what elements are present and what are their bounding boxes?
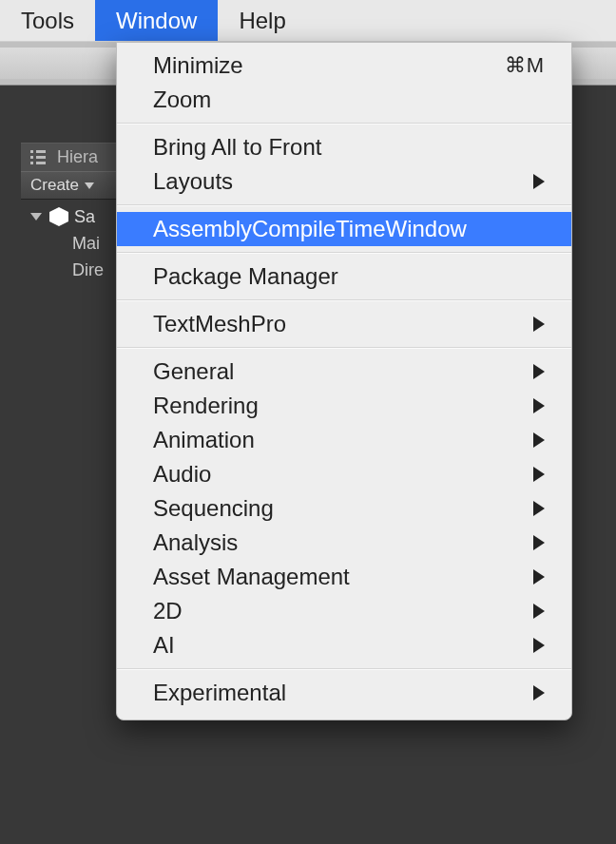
submenu-arrow-icon bbox=[533, 638, 545, 653]
unity-scene-icon bbox=[49, 207, 68, 226]
menu-separator bbox=[117, 668, 571, 670]
create-label: Create bbox=[30, 176, 79, 195]
menu-item-label: General bbox=[153, 358, 524, 385]
menu-item-experimental[interactable]: Experimental bbox=[117, 676, 571, 710]
menu-item-label: AI bbox=[153, 632, 524, 659]
menu-window[interactable]: Window bbox=[95, 0, 218, 41]
submenu-arrow-icon bbox=[533, 535, 545, 550]
window-menu-dropdown: Minimize⌘MZoomBring All to FrontLayoutsA… bbox=[116, 42, 572, 720]
menu-item-2d[interactable]: 2D bbox=[117, 594, 571, 628]
menu-item-label: TextMeshPro bbox=[153, 311, 524, 337]
menu-separator bbox=[117, 347, 571, 349]
submenu-arrow-icon bbox=[533, 364, 545, 379]
menu-item-zoom[interactable]: Zoom bbox=[117, 83, 571, 117]
menu-item-sequencing[interactable]: Sequencing bbox=[117, 491, 571, 526]
menu-help[interactable]: Help bbox=[218, 0, 306, 41]
menu-label: Tools bbox=[21, 8, 74, 34]
menu-item-asset-management[interactable]: Asset Management bbox=[117, 560, 571, 594]
menu-label: Help bbox=[239, 8, 285, 34]
submenu-arrow-icon bbox=[533, 467, 545, 482]
menu-item-label: Package Manager bbox=[153, 263, 545, 290]
menu-item-label: Rendering bbox=[153, 393, 524, 419]
menu-item-bring-all-to-front[interactable]: Bring All to Front bbox=[117, 130, 571, 164]
menu-item-label: Asset Management bbox=[153, 564, 524, 590]
tree-item-label: Mai bbox=[72, 234, 100, 254]
menu-item-ai[interactable]: AI bbox=[117, 628, 571, 662]
menu-item-textmeshpro[interactable]: TextMeshPro bbox=[117, 307, 571, 341]
menu-item-label: Zoom bbox=[153, 86, 545, 113]
submenu-arrow-icon bbox=[533, 685, 545, 700]
menu-item-label: Sequencing bbox=[153, 495, 524, 522]
menu-separator bbox=[117, 252, 571, 254]
menu-item-label: Audio bbox=[153, 461, 524, 488]
menu-item-label: Bring All to Front bbox=[153, 134, 545, 161]
menu-shortcut: ⌘M bbox=[505, 53, 545, 78]
submenu-arrow-icon bbox=[533, 501, 545, 516]
tree-item-label: Dire bbox=[72, 260, 104, 280]
menu-item-analysis[interactable]: Analysis bbox=[117, 526, 571, 560]
menu-item-assemblycompiletimewindow[interactable]: AssemblyCompileTimeWindow bbox=[117, 212, 571, 246]
submenu-arrow-icon bbox=[533, 432, 545, 448]
tree-expand-icon[interactable] bbox=[30, 213, 42, 221]
menu-item-minimize[interactable]: Minimize⌘M bbox=[117, 48, 571, 83]
menu-item-label: Minimize bbox=[153, 52, 505, 79]
menu-item-layouts[interactable]: Layouts bbox=[117, 164, 571, 199]
menu-item-animation[interactable]: Animation bbox=[117, 423, 571, 457]
menu-item-audio[interactable]: Audio bbox=[117, 457, 571, 491]
menu-item-rendering[interactable]: Rendering bbox=[117, 389, 571, 423]
menu-separator bbox=[117, 204, 571, 206]
menu-tools[interactable]: Tools bbox=[0, 0, 95, 41]
list-icon bbox=[30, 150, 46, 164]
menubar: Tools Window Help bbox=[0, 0, 616, 42]
submenu-arrow-icon bbox=[533, 316, 545, 332]
create-button[interactable]: Create bbox=[30, 176, 94, 195]
submenu-arrow-icon bbox=[533, 569, 545, 585]
menu-item-label: Animation bbox=[153, 427, 524, 453]
menu-label: Window bbox=[116, 8, 197, 34]
submenu-arrow-icon bbox=[533, 398, 545, 413]
menu-item-label: 2D bbox=[153, 598, 524, 624]
menu-item-label: Experimental bbox=[153, 680, 524, 706]
menu-item-label: AssemblyCompileTimeWindow bbox=[153, 216, 545, 242]
menu-item-package-manager[interactable]: Package Manager bbox=[117, 259, 571, 294]
menu-item-label: Layouts bbox=[153, 168, 524, 195]
hierarchy-tab-label: Hiera bbox=[57, 147, 98, 167]
submenu-arrow-icon bbox=[533, 604, 545, 619]
tree-scene-label: Sa bbox=[74, 207, 95, 227]
menu-item-general[interactable]: General bbox=[117, 355, 571, 389]
menu-item-label: Analysis bbox=[153, 529, 524, 556]
menu-separator bbox=[117, 123, 571, 125]
chevron-down-icon bbox=[85, 182, 94, 189]
menu-separator bbox=[117, 299, 571, 301]
submenu-arrow-icon bbox=[533, 174, 545, 189]
